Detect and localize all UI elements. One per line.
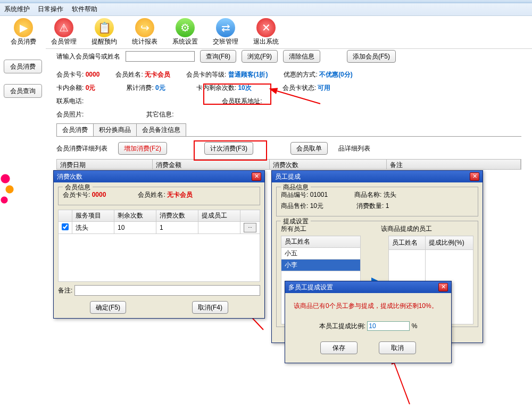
dlg3-rate-input[interactable] bbox=[367, 321, 410, 331]
sidebar: 会员消费 会员查询 bbox=[0, 46, 46, 409]
query-button[interactable]: 查询(F8) bbox=[200, 50, 236, 63]
dlg1-close[interactable]: ✕ bbox=[252, 172, 261, 181]
tab-points[interactable]: 积分换商品 bbox=[93, 123, 137, 136]
dlg1-cancel-button[interactable]: 取消(F4) bbox=[192, 301, 228, 314]
toolbar: ▶会员消费 ⚠会员管理 📋提醒预约 ↪统计报表 ⚙系统设置 ⇄交班管理 ✕退出系… bbox=[0, 16, 532, 49]
browse-button[interactable]: 浏览(F9) bbox=[242, 50, 278, 63]
level-value: 普通顾客(1折) bbox=[228, 71, 268, 78]
addr-label: 会员联系地址: bbox=[222, 97, 262, 106]
menubar: 系统维护 日常操作 软件帮助 bbox=[0, 3, 532, 16]
dlg2-close[interactable]: ✕ bbox=[470, 172, 479, 181]
staff-row[interactable]: 小五 bbox=[281, 248, 361, 260]
gear-icon: ⚙ bbox=[176, 18, 195, 37]
card-no-value: 0000 bbox=[86, 71, 100, 78]
tool-shift[interactable]: ⇄交班管理 bbox=[213, 18, 238, 46]
order-button[interactable]: 会员取单 bbox=[290, 142, 328, 155]
tab-consume[interactable]: 会员消费 bbox=[56, 123, 94, 136]
chart-icon: ↪ bbox=[135, 18, 154, 37]
member-name-value: 无卡会员 bbox=[145, 71, 170, 78]
count-consume-button[interactable]: 计次消费(F3) bbox=[204, 142, 253, 155]
play-icon: ▶ bbox=[14, 18, 33, 37]
dlg1-table: 服务项目剩余次数消费次数提成员工 洗头101... bbox=[58, 210, 260, 282]
dlg2-title: 员工提成 bbox=[275, 172, 301, 181]
tool-exit[interactable]: ✕退出系统 bbox=[253, 18, 279, 46]
dlg1-remark-input[interactable] bbox=[74, 285, 260, 296]
clear-button[interactable]: 清除信息 bbox=[283, 50, 320, 63]
menu-daily[interactable]: 日常操作 bbox=[38, 5, 63, 13]
table-row[interactable]: 洗头101... bbox=[59, 222, 260, 234]
status-value: 可用 bbox=[318, 84, 330, 91]
total-value: 0元 bbox=[155, 84, 165, 91]
detail-label: 会员消费详细列表 bbox=[56, 144, 107, 153]
tabs: 会员消费 积分换商品 会员备注信息 bbox=[56, 123, 521, 137]
dlg3-save-button[interactable]: 保存 bbox=[320, 341, 358, 354]
dlg1-title: 消费次数 bbox=[57, 172, 82, 181]
menu-sys[interactable]: 系统维护 bbox=[4, 5, 30, 13]
notebook-icon: 📋 bbox=[95, 18, 114, 37]
photo-label: 会员照片: bbox=[56, 110, 84, 119]
dialog-multi-commission: 多员工提成设置✕ 该商品已有0个员工参与提成，提成比例还剩10%。 本员工提成比… bbox=[285, 281, 452, 363]
dlg3-message: 该商品已有0个员工参与提成，提成比例还剩10%。 bbox=[294, 302, 443, 311]
add-consume-button[interactable]: 增加消费(F2) bbox=[118, 142, 167, 155]
remain-value: 10次 bbox=[238, 84, 251, 91]
swap-icon: ⇄ bbox=[216, 18, 235, 37]
dlg1-ok-button[interactable]: 确定(F5) bbox=[90, 301, 126, 314]
sidebar-consume[interactable]: 会员消费 bbox=[4, 60, 42, 73]
search-label: 请输入会员编号或姓名 bbox=[56, 52, 120, 61]
close-icon: ✕ bbox=[256, 18, 276, 37]
dlg3-cancel-button[interactable]: 取消 bbox=[379, 341, 416, 354]
tool-consume[interactable]: ▶会员消费 bbox=[11, 18, 36, 46]
sidebar-query[interactable]: 会员查询 bbox=[4, 84, 42, 98]
dlg3-title: 多员工提成设置 bbox=[288, 283, 333, 292]
row-more-button[interactable]: ... bbox=[244, 223, 256, 232]
tool-remind[interactable]: 📋提醒预约 bbox=[92, 18, 117, 46]
warning-icon: ⚠ bbox=[54, 18, 73, 37]
balance-value: 0元 bbox=[86, 84, 96, 91]
menu-help[interactable]: 软件帮助 bbox=[72, 5, 97, 13]
tool-manage[interactable]: ⚠会员管理 bbox=[51, 18, 77, 46]
prod-detail-label: 品详细列表 bbox=[338, 144, 370, 153]
dialog-consume-count: 消费次数✕ 会员信息 会员卡号: 0000 会员姓名: 无卡会员 服务项目剩余次… bbox=[53, 170, 265, 319]
other-label: 其它信息: bbox=[146, 110, 173, 119]
tool-settings[interactable]: ⚙系统设置 bbox=[172, 18, 198, 46]
grid-header: 消费日期 消费金额 消费次数 备注 bbox=[56, 159, 521, 170]
staff-row-selected[interactable]: 小李 bbox=[281, 260, 361, 271]
tab-remark[interactable]: 会员备注信息 bbox=[136, 123, 186, 136]
tool-stats[interactable]: ↪统计报表 bbox=[132, 18, 157, 46]
add-member-button[interactable]: 添加会员(F5) bbox=[347, 50, 396, 63]
discount-value: 不优惠(0分) bbox=[319, 71, 353, 78]
phone-label: 联系电话: bbox=[56, 97, 84, 106]
flower-decoration bbox=[0, 163, 16, 221]
search-input[interactable] bbox=[126, 51, 195, 62]
dlg3-close[interactable]: ✕ bbox=[438, 283, 448, 291]
row-checkbox[interactable] bbox=[62, 223, 69, 230]
